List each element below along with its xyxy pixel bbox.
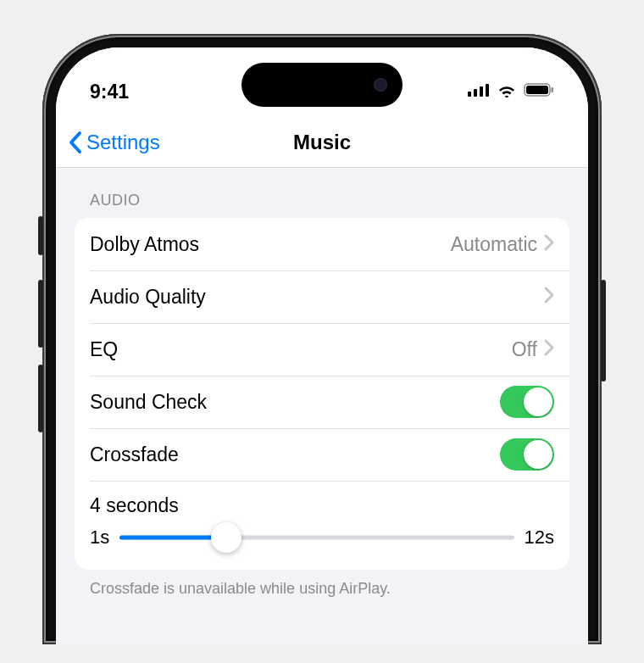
- svg-rect-1: [474, 89, 477, 97]
- back-button[interactable]: Settings: [56, 131, 160, 154]
- chevron-left-icon: [68, 131, 83, 154]
- side-button: [601, 280, 606, 382]
- battery-icon: [524, 83, 554, 100]
- section-header: AUDIO: [75, 168, 569, 218]
- iphone-frame: 9:41 Settings M: [42, 34, 602, 644]
- slider-max-label: 12s: [525, 526, 554, 549]
- crossfade-slider[interactable]: [119, 522, 514, 553]
- slider-min-label: 1s: [90, 526, 109, 549]
- svg-rect-3: [486, 84, 489, 97]
- row-value: Automatic: [451, 233, 537, 256]
- svg-rect-2: [480, 86, 483, 97]
- svg-rect-0: [468, 92, 471, 97]
- chevron-right-icon: [544, 287, 554, 307]
- row-label: EQ: [90, 338, 512, 361]
- svg-rect-5: [526, 86, 548, 94]
- wifi-icon: [497, 83, 517, 101]
- screen: 9:41 Settings M: [56, 47, 588, 644]
- front-camera: [374, 78, 387, 92]
- row-label: Sound Check: [90, 391, 500, 414]
- row-label: Crossfade: [90, 443, 500, 466]
- cellular-icon: [468, 83, 490, 100]
- nav-bar: Settings Music: [56, 117, 588, 168]
- sound-check-toggle[interactable]: [500, 386, 554, 418]
- slider-value-label: 4 seconds: [90, 494, 554, 517]
- row-eq[interactable]: EQ Off: [75, 323, 569, 376]
- chevron-right-icon: [544, 339, 554, 359]
- audio-settings-group: Dolby Atmos Automatic Audio Quality: [75, 218, 569, 570]
- row-value: Off: [512, 338, 537, 361]
- svg-rect-6: [552, 87, 554, 92]
- volume-down-button: [38, 365, 43, 432]
- footer-note: Crossfade is unavailable while using Air…: [75, 570, 569, 598]
- row-sound-check: Sound Check: [75, 376, 569, 428]
- crossfade-toggle[interactable]: [500, 438, 554, 471]
- silence-switch: [38, 216, 43, 255]
- volume-up-button: [38, 280, 43, 348]
- page-title: Music: [293, 131, 351, 154]
- row-label: Audio Quality: [90, 286, 544, 309]
- row-crossfade: Crossfade: [75, 428, 569, 481]
- chevron-right-icon: [544, 234, 554, 254]
- row-label: Dolby Atmos: [90, 233, 451, 256]
- row-crossfade-duration: 4 seconds 1s 12s: [75, 481, 569, 570]
- dynamic-island: [242, 63, 402, 107]
- row-audio-quality[interactable]: Audio Quality: [75, 270, 569, 323]
- row-dolby-atmos[interactable]: Dolby Atmos Automatic: [75, 218, 569, 270]
- status-time: 9:41: [90, 81, 208, 103]
- back-label: Settings: [86, 131, 160, 154]
